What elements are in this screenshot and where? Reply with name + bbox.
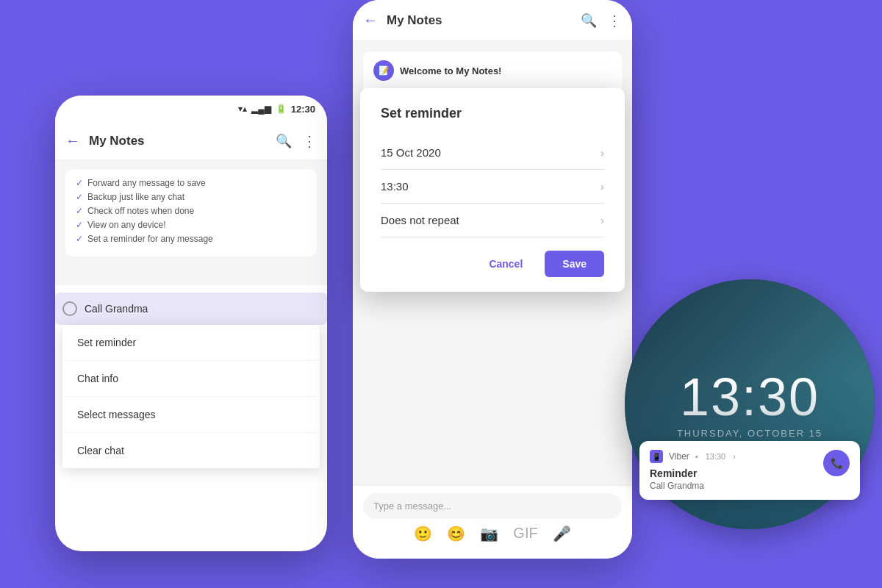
welcome-card-left: ✓ Forward any message to save ✓ Backup j… <box>65 169 317 257</box>
dialog-repeat-label: Does not repeat <box>381 214 459 226</box>
camera-icon[interactable]: 📷 <box>480 525 498 542</box>
status-time: 12:30 <box>291 104 315 115</box>
signal-icon: ▂▄▆ <box>251 104 271 114</box>
search-icon-center[interactable]: 🔍 <box>581 12 597 29</box>
notification-header: 📱 Viber • 13:30 › <box>650 450 850 463</box>
emoji-icon[interactable]: 😊 <box>447 525 465 542</box>
more-icon-left[interactable]: ⋮ <box>302 132 317 150</box>
notification-time: 13:30 <box>706 452 726 461</box>
back-button-center[interactable]: ← <box>363 12 378 29</box>
menu-item-select-messages[interactable]: Select messages <box>62 397 320 433</box>
dialog-actions: Cancel Save <box>381 251 604 277</box>
emoji-toolbar: 🙂 😊 📷 GIF 🎤 <box>363 525 622 542</box>
gif-icon[interactable]: GIF <box>513 525 537 542</box>
app-title-center: My Notes <box>387 13 581 28</box>
check-item-4: ✓ View on any device! <box>76 220 306 230</box>
save-button[interactable]: Save <box>545 251 604 277</box>
message-row[interactable]: Call Grandma <box>55 293 327 325</box>
message-text: Call Grandma <box>85 303 148 315</box>
check-item-5: ✓ Set a reminder for any message <box>76 234 306 244</box>
dialog-time-row[interactable]: 13:30 › <box>381 170 604 204</box>
message-input[interactable]: Type a message... <box>363 493 622 519</box>
battery-icon: 🔋 <box>276 104 287 114</box>
wifi-icon: ▾▴ <box>238 104 247 114</box>
check-item-3: ✓ Check off notes when done <box>76 206 306 216</box>
welcome-title: Welcome to My Notes! <box>400 65 501 76</box>
dialog-title: Set reminder <box>381 106 604 121</box>
menu-item-clear-chat[interactable]: Clear chat <box>62 433 320 468</box>
mic-icon[interactable]: 🎤 <box>553 525 571 542</box>
notification-card: 📱 Viber • 13:30 › Reminder Call Grandma … <box>639 441 860 500</box>
dialog-date-row[interactable]: 15 Oct 2020 › <box>381 136 604 170</box>
dialog-repeat-row[interactable]: Does not repeat › <box>381 204 604 237</box>
notification-title: Reminder <box>650 467 850 479</box>
set-reminder-dialog: Set reminder 15 Oct 2020 › 13:30 › Does … <box>360 88 625 292</box>
chevron-right-icon: › <box>600 147 604 159</box>
check-item-1: ✓ Forward any message to save <box>76 178 306 188</box>
input-bar-center: Type a message... 🙂 😊 📷 GIF 🎤 <box>353 485 632 559</box>
app-title-left: My Notes <box>89 134 276 148</box>
welcome-avatar: 📝 <box>373 60 394 81</box>
viber-icon: 📱 <box>650 450 663 463</box>
status-bar-left: ▾▴ ▂▄▆ 🔋 12:30 <box>55 96 327 122</box>
app-bar-left: ← My Notes 🔍 ⋮ <box>55 122 327 160</box>
notification-avatar: 📞 <box>823 450 850 476</box>
cancel-button[interactable]: Cancel <box>474 251 537 277</box>
app-bar-center: ← My Notes 🔍 ⋮ <box>353 0 632 41</box>
chat-content-left: ✓ Forward any message to save ✓ Backup j… <box>55 160 327 285</box>
search-icon-left[interactable]: 🔍 <box>276 133 292 149</box>
phone-left: ▾▴ ▂▄▆ 🔋 12:30 ← My Notes 🔍 ⋮ ✓ Forward … <box>55 96 327 551</box>
dialog-time-label: 13:30 <box>381 180 409 193</box>
notification-chevron: › <box>733 452 736 461</box>
chevron-right-icon-3: › <box>600 215 604 226</box>
more-icon-center[interactable]: ⋮ <box>607 12 622 29</box>
notification-dot: • <box>695 452 698 461</box>
radio-select[interactable] <box>62 301 77 316</box>
dialog-date-label: 15 Oct 2020 <box>381 146 441 159</box>
sticker-icon[interactable]: 🙂 <box>414 525 432 542</box>
notification-app: Viber <box>669 451 689 462</box>
context-menu-left: Set reminder Chat info Select messages C… <box>62 325 320 468</box>
welcome-header: 📝 Welcome to My Notes! <box>373 60 612 81</box>
notification-message: Call Grandma <box>650 481 850 491</box>
check-item-2: ✓ Backup just like any chat <box>76 192 306 202</box>
menu-item-chat-info[interactable]: Chat info <box>62 361 320 397</box>
chevron-right-icon-2: › <box>600 181 604 193</box>
back-button-left[interactable]: ← <box>65 132 80 149</box>
menu-item-set-reminder[interactable]: Set reminder <box>62 325 320 361</box>
